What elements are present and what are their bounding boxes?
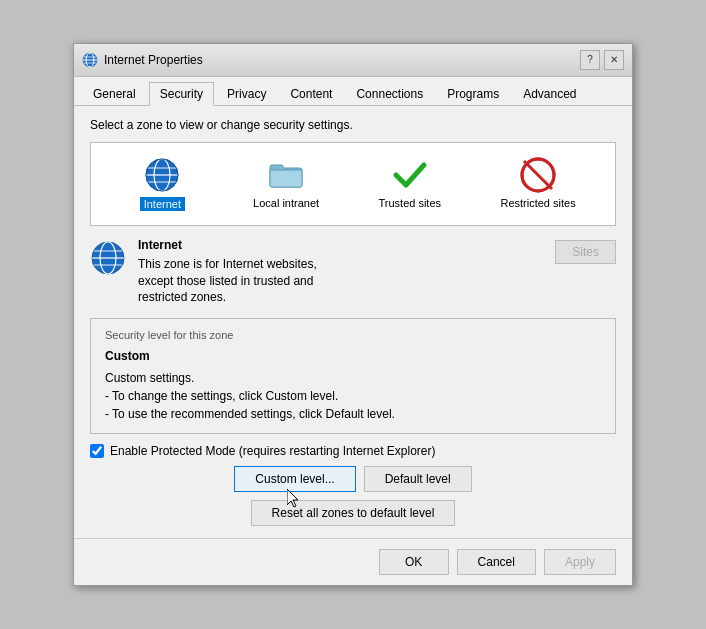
- titlebar-left: Internet Properties: [82, 52, 203, 68]
- security-level-title: Security level for this zone: [105, 329, 601, 341]
- titlebar-controls: ? ✕: [580, 50, 624, 70]
- security-level-box: Security level for this zone Custom Cust…: [90, 318, 616, 434]
- internet-properties-window: Internet Properties ? ✕ General Security…: [73, 43, 633, 586]
- tab-advanced[interactable]: Advanced: [512, 82, 587, 106]
- tab-security[interactable]: Security: [149, 82, 214, 106]
- reset-btn-row: Reset all zones to default level: [90, 500, 616, 526]
- custom-level-button[interactable]: Custom level...: [234, 466, 355, 492]
- zone-local-intranet-label: Local intranet: [253, 197, 319, 209]
- security-level-description: Custom settings. - To change the setting…: [105, 369, 601, 423]
- section-description: Select a zone to view or change security…: [90, 118, 616, 132]
- ie-icon: [82, 52, 98, 68]
- help-button[interactable]: ?: [580, 50, 600, 70]
- apply-button[interactable]: Apply: [544, 549, 616, 575]
- titlebar: Internet Properties ? ✕: [74, 44, 632, 77]
- zone-internet-label: Internet: [140, 197, 185, 211]
- footer: OK Cancel Apply: [74, 538, 632, 585]
- zone-internet[interactable]: Internet: [122, 153, 202, 215]
- zone-restricted-sites-label: Restricted sites: [500, 197, 575, 209]
- local-intranet-zone-icon: [268, 157, 304, 193]
- level-buttons-row: Custom level... Default level: [90, 466, 616, 492]
- zones-box: Internet Local intranet: [90, 142, 616, 226]
- sites-button[interactable]: Sites: [555, 240, 616, 264]
- restricted-sites-zone-icon: [520, 157, 556, 193]
- zone-trusted-sites-label: Trusted sites: [378, 197, 441, 209]
- zone-local-intranet[interactable]: Local intranet: [245, 153, 327, 215]
- zone-info-name: Internet: [138, 238, 543, 252]
- ok-button[interactable]: OK: [379, 549, 449, 575]
- zone-info-description: This zone is for Internet websites,excep…: [138, 256, 543, 306]
- default-level-button[interactable]: Default level: [364, 466, 472, 492]
- zone-restricted-sites[interactable]: Restricted sites: [492, 153, 583, 215]
- reset-all-zones-button[interactable]: Reset all zones to default level: [251, 500, 456, 526]
- internet-zone-icon: [144, 157, 180, 193]
- zone-info-text: Internet This zone is for Internet websi…: [138, 238, 543, 306]
- zone-trusted-sites[interactable]: Trusted sites: [370, 153, 450, 215]
- tab-privacy[interactable]: Privacy: [216, 82, 277, 106]
- tab-content[interactable]: Content: [279, 82, 343, 106]
- main-content: Select a zone to view or change security…: [74, 106, 632, 538]
- tab-bar: General Security Privacy Content Connect…: [74, 77, 632, 106]
- tab-connections[interactable]: Connections: [345, 82, 434, 106]
- tab-programs[interactable]: Programs: [436, 82, 510, 106]
- close-button[interactable]: ✕: [604, 50, 624, 70]
- security-level-name: Custom: [105, 349, 601, 363]
- zone-info: Internet This zone is for Internet websi…: [90, 238, 616, 306]
- window-title: Internet Properties: [104, 53, 203, 67]
- tab-general[interactable]: General: [82, 82, 147, 106]
- protected-mode-label: Enable Protected Mode (requires restarti…: [110, 444, 436, 458]
- trusted-sites-zone-icon: [392, 157, 428, 193]
- cancel-button[interactable]: Cancel: [457, 549, 536, 575]
- protected-mode-row: Enable Protected Mode (requires restarti…: [90, 444, 616, 458]
- zone-info-icon-img: [90, 240, 126, 276]
- protected-mode-checkbox[interactable]: [90, 444, 104, 458]
